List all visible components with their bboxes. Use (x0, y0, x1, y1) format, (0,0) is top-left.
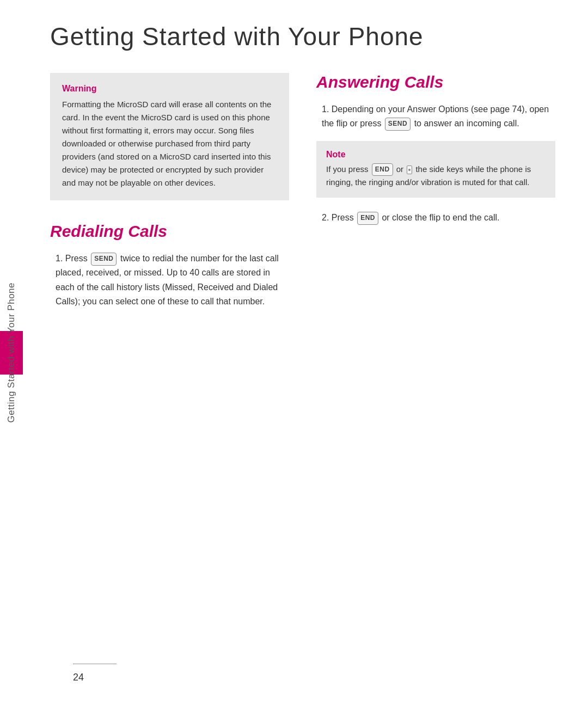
answering-calls-item2: 2. Press END or close the flip to end th… (316, 211, 555, 225)
note-box: Note If you press END or the side keys w… (316, 141, 555, 198)
send-key-badge-answering: SEND (385, 118, 411, 131)
answering-item2-suffix: or close the flip to end the call. (382, 213, 499, 222)
note-text: If you press END or the side keys while … (326, 163, 546, 189)
warning-text: Formatting the MicroSD card will erase a… (62, 98, 277, 189)
end-key-badge-note: END (372, 163, 393, 176)
note-text-middle: or (396, 164, 403, 174)
page-container: Getting Started with Your Phone Getting … (0, 0, 588, 705)
page-title: Getting Started with Your Phone (50, 22, 555, 51)
answering-item1-suffix: to answer an incoming call. (414, 119, 519, 128)
warning-box: Warning Formatting the MicroSD card will… (50, 73, 289, 200)
bottom-area: 24 (73, 664, 555, 684)
main-content: Getting Started with Your Phone Warning … (23, 0, 588, 705)
answering-item2-prefix: 2. Press (322, 213, 354, 222)
redialing-calls-item1: 1. Press SEND twice to redial the number… (50, 252, 289, 309)
bottom-separator (73, 664, 117, 665)
redialing-item1-prefix: 1. Press (56, 254, 88, 263)
send-key-badge-redialing: SEND (91, 253, 117, 266)
warning-title: Warning (62, 84, 277, 94)
page-number: 24 (73, 672, 84, 683)
sidebar-tab: Getting Started with Your Phone (0, 0, 23, 705)
redialing-calls-heading: Redialing Calls (50, 222, 289, 241)
answering-calls-item1: 1. Depending on your Answer Options (see… (316, 102, 555, 131)
side-key-icon (407, 165, 412, 174)
right-column: Answering Calls 1. Depending on your Ans… (316, 73, 555, 319)
note-title: Note (326, 150, 546, 160)
end-key-badge-answering: END (357, 212, 378, 225)
answering-calls-heading: Answering Calls (316, 73, 555, 91)
two-column-layout: Warning Formatting the MicroSD card will… (50, 73, 555, 319)
redialing-item1-text: twice to redial the number for the last … (56, 254, 279, 306)
note-text-prefix: If you press (326, 164, 369, 174)
left-column: Warning Formatting the MicroSD card will… (50, 73, 289, 319)
sidebar-tab-text: Getting Started with Your Phone (6, 283, 17, 422)
